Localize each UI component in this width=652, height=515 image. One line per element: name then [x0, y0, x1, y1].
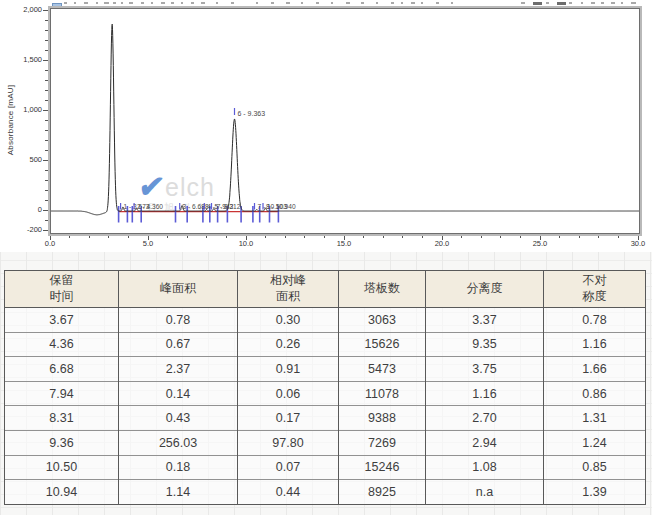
table-cell: 3.75 [426, 357, 544, 382]
y-minor-tick [45, 130, 48, 131]
y-tick-label: 1,000 [0, 105, 42, 114]
x-tick-label: 25.0 [527, 239, 553, 248]
clipped-text-fragment [256, 2, 258, 4]
clipped-text-fragment [141, 2, 144, 4]
clipped-text-fragment [621, 2, 623, 4]
y-minor-tick [45, 220, 48, 221]
clipped-text-fragment [581, 2, 583, 4]
y-minor-tick [45, 180, 48, 181]
x-minor-tick [579, 235, 580, 238]
table-cell: 1.14 [119, 480, 238, 505]
table-cell: 2.94 [426, 430, 544, 455]
clipped-text-fragment [231, 2, 234, 4]
y-minor-tick [45, 190, 48, 191]
x-minor-tick [383, 235, 384, 238]
chromatogram-plot-area: ✔ elch 月旭科技 1 - 3.6732 - 4.3603 - 6.6884… [50, 8, 640, 234]
table-row: 7.940.140.06110781.160.86 [5, 381, 646, 406]
clipped-text-fragment [113, 2, 116, 4]
table-cell: 1.39 [544, 480, 646, 505]
clipped-text-fragment [271, 2, 274, 4]
x-minor-tick [304, 235, 305, 238]
x-minor-tick [108, 235, 109, 238]
table-header-cell: 保留 时间 [5, 271, 119, 308]
table-row: 9.36256.0397.8072692.941.24 [5, 430, 646, 455]
table-cell: 3.67 [5, 308, 119, 333]
peak-apex-marker [204, 203, 205, 210]
table-cell: 1.08 [426, 455, 544, 480]
y-minor-tick [45, 40, 48, 41]
clipped-text-fragment [104, 2, 109, 4]
table-cell: 0.78 [119, 308, 238, 333]
table-cell: 0.91 [238, 357, 339, 382]
x-minor-tick [422, 235, 423, 238]
y-minor-tick [45, 140, 48, 141]
clipped-text-fragment [401, 2, 403, 4]
x-minor-tick [187, 235, 188, 238]
clipped-text-fragment [151, 2, 153, 4]
y-tick-label: 500 [0, 155, 42, 164]
clipped-text-fragment [201, 2, 205, 4]
table-cell: 0.30 [238, 308, 339, 333]
clipped-text-fragment [191, 2, 194, 4]
y-major-tick [43, 10, 48, 11]
table-cell: 2.37 [119, 357, 238, 382]
y-major-tick [43, 110, 48, 111]
x-tick-label: 5.0 [135, 239, 161, 248]
clipped-text-fragment [376, 2, 378, 4]
table-cell: 2.70 [426, 406, 544, 431]
y-tick-label: -200 [0, 225, 42, 234]
absorbance-trace [51, 24, 639, 215]
chromatography-report-view: Absorbance [mAU] 2,0001,5001,0005000-200… [0, 0, 652, 515]
table-cell: 8925 [339, 480, 426, 505]
x-minor-tick [559, 235, 560, 238]
table-row: 8.310.430.1793882.701.31 [5, 406, 646, 431]
clipped-text-fragment [611, 2, 615, 4]
clipped-text-fragment [411, 2, 415, 4]
table-cell: 7.94 [5, 381, 119, 406]
table-cell: 0.06 [238, 381, 339, 406]
x-tick-label: 15.0 [331, 239, 357, 248]
table-cell: 10.94 [5, 480, 119, 505]
clipped-text-fragment [161, 2, 165, 4]
peak-apex-marker [179, 203, 180, 210]
table-row: 6.682.370.9154733.751.66 [5, 357, 646, 382]
x-tick-label: 10.0 [233, 239, 259, 248]
x-minor-tick [69, 235, 70, 238]
y-minor-tick [45, 70, 48, 71]
table-cell: 3063 [339, 308, 426, 333]
clipped-text-fragment [521, 2, 525, 4]
clipped-text-fragment [569, 2, 572, 4]
x-minor-tick [128, 235, 129, 238]
table-cell: 0.07 [238, 455, 339, 480]
table-cell: 0.26 [238, 332, 339, 357]
clipped-text-fragment [216, 2, 218, 4]
x-minor-tick [461, 235, 462, 238]
clipped-text-fragment [84, 2, 88, 4]
x-minor-tick [481, 235, 482, 238]
clipped-text-fragment [301, 2, 303, 4]
clipped-text-fragment [421, 2, 423, 4]
table-row: 10.941.140.448925n.a1.39 [5, 480, 646, 505]
table-cell: 0.43 [119, 406, 238, 431]
table-header-row: 保留 时间峰面积相对峰 面积塔板数分离度不对 称度 [5, 271, 646, 308]
table-header-cell: 相对峰 面积 [238, 271, 339, 308]
table-cell: 1.16 [426, 381, 544, 406]
x-minor-tick [265, 235, 266, 238]
table-cell: 0.44 [238, 480, 339, 505]
x-minor-tick [500, 235, 501, 238]
table-cell: 7269 [339, 430, 426, 455]
x-minor-tick [618, 235, 619, 238]
clipped-text-fragment [129, 2, 133, 4]
y-minor-tick [45, 80, 48, 81]
x-minor-tick [206, 235, 207, 238]
y-tick-label: 0 [0, 205, 42, 214]
table-cell: 5473 [339, 357, 426, 382]
clipped-text-fragment [74, 2, 76, 4]
x-tick-label: 20.0 [429, 239, 455, 248]
y-minor-tick [45, 30, 48, 31]
clipped-text-fragment [121, 2, 123, 4]
table-cell: 0.18 [119, 455, 238, 480]
table-header-cell: 不对 称度 [544, 271, 646, 308]
table-cell: 9388 [339, 406, 426, 431]
clipped-text-fragment [286, 2, 290, 4]
